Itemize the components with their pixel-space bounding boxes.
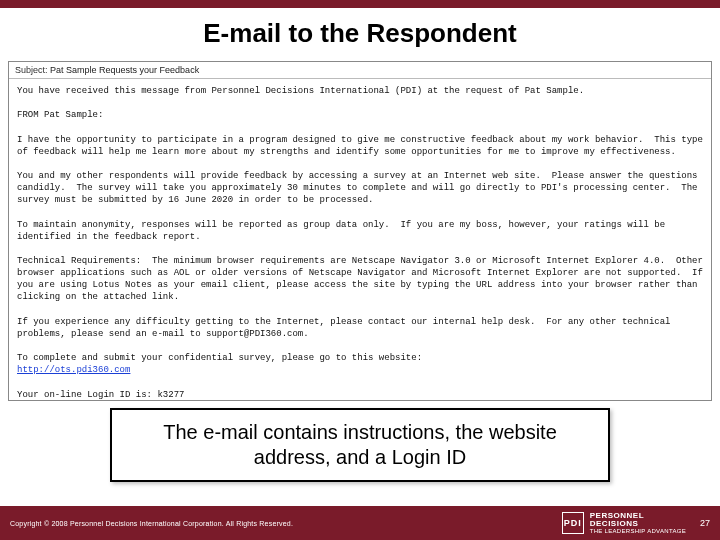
- email-p7: If you experience any difficulty getting…: [17, 317, 676, 339]
- logo-text: PERSONNEL DECISIONS THE LEADERSHIP ADVAN…: [590, 512, 686, 534]
- footer-bar: Copyright © 2008 Personnel Decisions Int…: [0, 506, 720, 540]
- email-url-link[interactable]: http://ots.pdi360.com: [17, 365, 130, 375]
- callout-box: The e-mail contains instructions, the we…: [110, 408, 610, 482]
- email-p4: You and my other respondents will provid…: [17, 171, 703, 205]
- logo-tagline: THE LEADERSHIP ADVANTAGE: [590, 528, 686, 534]
- logo: PDI PERSONNEL DECISIONS THE LEADERSHIP A…: [562, 512, 710, 534]
- subject-value: Pat Sample Requests your Feedback: [50, 65, 199, 75]
- logo-abbr: PDI: [562, 512, 584, 534]
- top-border: [0, 0, 720, 8]
- email-p8: To complete and submit your confidential…: [17, 353, 422, 363]
- email-p1: You have received this message from Pers…: [17, 86, 584, 96]
- page-number: 27: [700, 518, 710, 528]
- page-title: E-mail to the Respondent: [0, 8, 720, 61]
- email-p9: Your on-line Login ID is: k3277: [17, 390, 184, 400]
- copyright-text: Copyright © 2008 Personnel Decisions Int…: [10, 520, 293, 527]
- slide: E-mail to the Respondent Subject: Pat Sa…: [0, 0, 720, 540]
- subject-row: Subject: Pat Sample Requests your Feedba…: [9, 62, 711, 79]
- logo-line2: DECISIONS: [590, 520, 686, 528]
- email-panel: Subject: Pat Sample Requests your Feedba…: [8, 61, 712, 401]
- email-p5: To maintain anonymity, responses will be…: [17, 220, 671, 242]
- email-p6: Technical Requirements: The minimum brow…: [17, 256, 708, 302]
- email-body: You have received this message from Pers…: [9, 79, 711, 401]
- email-p2: FROM Pat Sample:: [17, 110, 103, 120]
- subject-label: Subject:: [15, 65, 48, 75]
- email-p3: I have the opportunity to participate in…: [17, 135, 708, 157]
